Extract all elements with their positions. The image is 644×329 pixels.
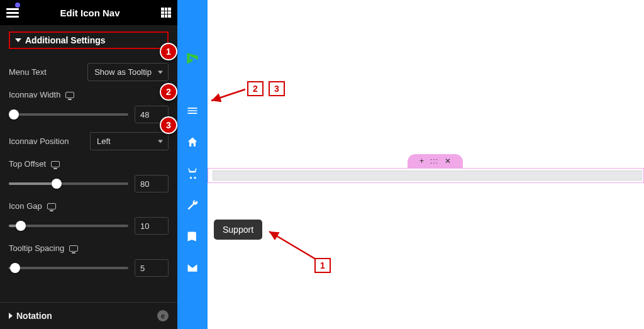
tooltip-spacing-label: Tooltip Spacing (9, 243, 64, 253)
annotation-arrow-top (208, 82, 252, 107)
annotation-circle-2: 2 (160, 83, 177, 101)
icon-gap-row: Icon Gap (9, 201, 169, 211)
widget-close-icon[interactable]: ✕ (445, 157, 451, 165)
widget-inner-placeholder[interactable] (213, 170, 642, 181)
tooltip-spacing-slider[interactable] (9, 267, 128, 269)
top-offset-label: Top Offset (9, 159, 46, 169)
annotation-arrow-bottom (264, 226, 321, 264)
notation-label: Notation (16, 311, 52, 321)
iconnav-width-row: Iconnav Width (9, 90, 169, 99)
iconnav-tooltip: Support (214, 220, 262, 240)
wrench-icon[interactable] (186, 199, 199, 211)
menu-text-value: Show as Tooltip (94, 67, 152, 77)
panel-body: Menu Text Show as Tooltip Iconnav Width … (0, 54, 177, 302)
book-icon[interactable] (186, 230, 199, 243)
panel-title: Edit Icon Nav (19, 8, 161, 18)
svg-line-1 (269, 231, 316, 259)
iconnav-width-slider-row: 48 (9, 106, 169, 123)
menu-text-label: Menu Text (9, 67, 47, 77)
annotation-circle-1: 1 (160, 43, 177, 60)
responsive-icon[interactable] (47, 203, 56, 209)
responsive-icon[interactable] (65, 92, 74, 98)
icon-gap-slider[interactable] (9, 225, 128, 227)
settings-panel: Edit Icon Nav Additional Settings Menu T… (0, 0, 177, 329)
icon-gap-input[interactable]: 10 (135, 217, 169, 235)
iconnav-width-slider[interactable] (9, 113, 128, 116)
icon-gap-label: Icon Gap (9, 201, 42, 211)
responsive-icon[interactable] (51, 161, 60, 167)
annotation-box-1: 1 (314, 258, 331, 273)
tooltip-spacing-input[interactable]: 5 (135, 259, 169, 277)
apps-grid-icon[interactable] (161, 8, 171, 18)
chevron-down-icon (158, 70, 163, 74)
caret-right-icon (9, 313, 13, 319)
top-offset-row: Top Offset (9, 159, 169, 169)
annotation-box-2: 2 (247, 81, 264, 96)
menu-text-row: Menu Text Show as Tooltip (9, 63, 169, 81)
svg-line-0 (211, 89, 245, 101)
panel-header: Edit Icon Nav (0, 0, 177, 25)
icon-gap-slider-row: 10 (9, 217, 169, 235)
panel-menu-icon[interactable] (6, 8, 19, 18)
responsive-icon[interactable] (69, 245, 78, 252)
iconnav-width-label: Iconnav Width (9, 90, 60, 99)
chevron-down-icon (158, 140, 163, 143)
caret-down-icon (15, 38, 21, 42)
iconnav-position-label: Iconnav Position (9, 137, 69, 146)
top-offset-input[interactable]: 80 (135, 175, 169, 192)
widget-controls-tab: + ::: ✕ (408, 154, 463, 168)
shop-icon[interactable] (186, 167, 199, 180)
annotation-circle-3: 3 (160, 116, 177, 134)
iconnav-bar (177, 0, 208, 329)
widget-add-icon[interactable]: + (419, 157, 424, 165)
iconnav-position-select[interactable]: Left (90, 132, 169, 150)
tooltip-spacing-slider-row: 5 (9, 259, 169, 277)
tooltip-spacing-row: Tooltip Spacing (9, 243, 169, 253)
additional-settings-header[interactable]: Additional Settings (9, 31, 169, 49)
iconnav-position-value: Left (97, 137, 111, 146)
notification-dot-icon (15, 3, 20, 8)
top-offset-slider[interactable] (9, 182, 128, 185)
iconnav-position-row: Iconnav Position Left (9, 132, 169, 150)
mail-icon[interactable] (186, 262, 199, 274)
menu-icon[interactable] (186, 104, 199, 117)
top-offset-slider-row: 80 (9, 175, 169, 192)
widget-drag-icon[interactable]: ::: (430, 157, 438, 165)
annotation-box-3: 3 (269, 81, 285, 96)
notation-section[interactable]: Notation e (0, 302, 177, 329)
menu-text-select[interactable]: Show as Tooltip (87, 63, 169, 81)
logo-icon[interactable] (184, 50, 201, 67)
home-icon[interactable] (186, 136, 199, 148)
section-label: Additional Settings (25, 35, 106, 45)
elementor-e-icon: e (157, 310, 169, 321)
